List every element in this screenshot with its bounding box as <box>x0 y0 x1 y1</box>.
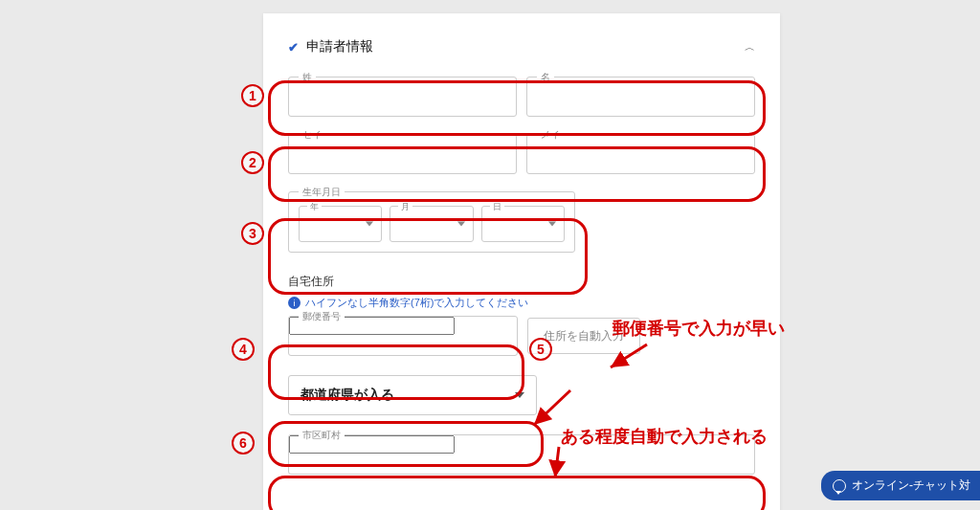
form-sheet: ✔ 申請者情報 ︿ 姓 名 セイ メイ 生年月日 年 月 <box>263 13 780 510</box>
section-title: 申請者情報 <box>306 38 373 55</box>
annotation-number-3: 3 <box>241 222 264 245</box>
birthdate-group-label: 生年月日 <box>299 186 345 199</box>
last-name-field[interactable]: 姓 <box>288 77 517 117</box>
annotation-number-1: 1 <box>241 84 264 107</box>
chat-label: オンライン-チャット対 <box>852 477 970 494</box>
chevron-down-icon <box>457 222 465 227</box>
prefecture-placeholder: 都道府県が入る <box>301 387 394 404</box>
first-name-input[interactable] <box>527 78 754 116</box>
chevron-down-icon <box>548 222 556 227</box>
birth-day-label: 日 <box>490 201 504 213</box>
first-name-field[interactable]: 名 <box>526 77 755 117</box>
birth-month-label: 月 <box>398 201 412 213</box>
check-icon: ✔ <box>288 40 299 55</box>
annotation-number-4: 4 <box>232 338 255 361</box>
postal-row: 郵便番号 住所を自動入力 <box>288 316 755 356</box>
chevron-down-icon <box>366 222 373 227</box>
section-header[interactable]: ✔ 申請者情報 ︿ <box>288 38 755 55</box>
postal-hint-text: ハイフンなし半角数字(7桁)で入力してください <box>305 296 528 310</box>
birth-year-select[interactable]: 年 <box>299 206 382 242</box>
postal-hint: i ハイフンなし半角数字(7桁)で入力してください <box>288 296 755 310</box>
annotation-number-2: 2 <box>241 151 264 174</box>
first-kana-label: メイ <box>537 128 564 142</box>
last-name-label: 姓 <box>299 71 316 84</box>
prefecture-select[interactable]: 都道府県が入る <box>288 375 537 415</box>
city-label: 市区町村 <box>299 429 345 442</box>
birthdate-group: 生年月日 年 月 日 <box>288 191 575 253</box>
first-name-label: 名 <box>537 71 554 84</box>
info-icon: i <box>288 297 301 309</box>
chevron-down-icon <box>515 392 524 398</box>
last-kana-label: セイ <box>299 128 325 142</box>
chevron-up-icon[interactable]: ︿ <box>745 40 755 55</box>
auto-fill-address-button[interactable]: 住所を自動入力 <box>527 318 640 354</box>
birth-month-select[interactable]: 月 <box>390 206 473 242</box>
last-name-input[interactable] <box>289 78 516 116</box>
name-row: 姓 名 <box>288 77 755 117</box>
city-field[interactable]: 市区町村 <box>288 434 755 475</box>
kana-row: セイ メイ <box>288 134 755 174</box>
annotation-number-6: 6 <box>232 432 255 455</box>
first-kana-field[interactable]: メイ <box>526 134 755 174</box>
chat-badge[interactable]: オンライン-チャット対 <box>821 471 980 500</box>
home-address-heading: 自宅住所 <box>288 274 755 290</box>
postal-code-label: 郵便番号 <box>299 310 345 323</box>
postal-code-field[interactable]: 郵便番号 <box>288 316 518 356</box>
birth-year-label: 年 <box>307 201 322 213</box>
birth-day-select[interactable]: 日 <box>481 206 565 242</box>
last-kana-field[interactable]: セイ <box>288 134 517 174</box>
chat-icon <box>833 479 846 493</box>
